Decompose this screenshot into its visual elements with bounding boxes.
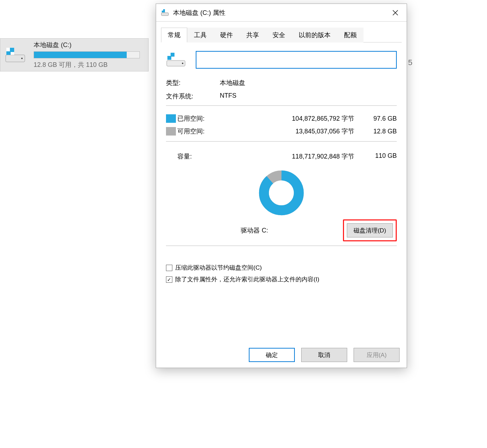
drive-usage-bar (34, 51, 140, 58)
used-color-chip (166, 114, 176, 123)
tab-prev-versions[interactable]: 以前的版本 (292, 28, 337, 42)
properties-dialog: 本地磁盘 (C:) 属性 常规 工具 硬件 共享 安全 以前的版本 配额 (156, 4, 407, 368)
free-label: 可用空间: (177, 127, 237, 136)
tab-security[interactable]: 安全 (266, 28, 292, 42)
svg-rect-14 (171, 57, 174, 60)
checkbox-icon: ✓ (166, 276, 172, 283)
compress-checkbox-row[interactable]: 压缩此驱动器以节约磁盘空间(C) (166, 264, 397, 272)
drive-name: 本地磁盘 (C:) (34, 41, 144, 49)
divider (166, 105, 397, 106)
free-bytes: 13,845,037,056 字节 (237, 127, 358, 136)
drive-letter-label: 驱动器 C: (166, 226, 343, 235)
filesystem-value: NTFS (220, 92, 236, 100)
svg-point-1 (21, 58, 23, 59)
tab-hardware[interactable]: 硬件 (213, 28, 240, 42)
drive-tile[interactable]: 本地磁盘 (C:) 12.8 GB 可用，共 110 GB (0, 38, 149, 71)
drive-info: 本地磁盘 (C:) 12.8 GB 可用，共 110 GB (34, 41, 144, 69)
divider (166, 141, 397, 142)
drive-icon (161, 8, 170, 17)
svg-point-16 (264, 176, 299, 211)
tab-quota[interactable]: 配额 (337, 28, 363, 42)
used-gb: 97.6 GB (358, 115, 397, 122)
drive-icon (166, 52, 186, 68)
volume-label-input[interactable] (196, 51, 397, 69)
cropped-text-fragment: 5 (408, 58, 412, 67)
tab-tools[interactable]: 工具 (187, 28, 213, 42)
checkbox-icon (166, 265, 172, 271)
type-label: 类型: (166, 79, 220, 87)
title-text: 本地磁盘 (C:) 属性 (173, 8, 387, 17)
svg-point-11 (182, 63, 183, 64)
free-gb: 12.8 GB (358, 128, 397, 135)
disk-cleanup-button[interactable]: 磁盘清理(D) (347, 223, 393, 237)
tab-strip: 常规 工具 硬件 共享 安全 以前的版本 配额 (161, 27, 402, 42)
capacity-label: 容量: (177, 152, 237, 161)
capacity-gb: 110 GB (358, 152, 397, 161)
svg-rect-3 (6, 48, 10, 51)
used-bytes: 104,872,865,792 字节 (237, 114, 358, 123)
drive-subtext: 12.8 GB 可用，共 110 GB (34, 61, 144, 69)
svg-rect-7 (162, 9, 163, 11)
svg-rect-13 (167, 53, 171, 56)
close-button[interactable] (387, 6, 404, 20)
tab-general[interactable]: 常规 (161, 28, 187, 42)
used-label: 已用空间: (177, 114, 237, 123)
index-checkbox-label: 除了文件属性外，还允许索引此驱动器上文件的内容(I) (175, 275, 319, 283)
ok-button[interactable]: 确定 (249, 348, 295, 362)
highlight-box: 磁盘清理(D) (343, 219, 397, 241)
close-icon (392, 10, 399, 16)
free-space-row: 可用空间: 13,845,037,056 字节 12.8 GB (166, 125, 397, 138)
filesystem-label: 文件系统: (166, 92, 220, 100)
drive-usage-fill (34, 52, 127, 58)
drive-icon (3, 43, 27, 67)
cancel-button[interactable]: 取消 (301, 348, 347, 362)
dialog-button-row: 确定 取消 应用(A) (249, 348, 400, 362)
free-color-chip (166, 127, 176, 136)
divider (166, 246, 397, 246)
type-value: 本地磁盘 (220, 79, 245, 87)
title-bar[interactable]: 本地磁盘 (C:) 属性 (156, 4, 407, 22)
apply-button[interactable]: 应用(A) (354, 348, 400, 362)
compress-checkbox-label: 压缩此驱动器以节约磁盘空间(C) (175, 264, 262, 272)
used-space-row: 已用空间: 104,872,865,792 字节 97.6 GB (166, 112, 397, 125)
general-panel: 类型: 本地磁盘 文件系统: NTFS 已用空间: 104,872,865,79… (156, 42, 407, 291)
tab-sharing[interactable]: 共享 (240, 28, 266, 42)
svg-rect-4 (11, 52, 14, 55)
svg-rect-5 (161, 13, 168, 16)
capacity-row: 容量: 118,717,902,848 字节 110 GB (166, 148, 397, 165)
index-checkbox-row[interactable]: ✓ 除了文件属性外，还允许索引此驱动器上文件的内容(I) (166, 275, 397, 283)
usage-donut-chart (166, 170, 397, 216)
capacity-bytes: 118,717,902,848 字节 (237, 152, 358, 161)
